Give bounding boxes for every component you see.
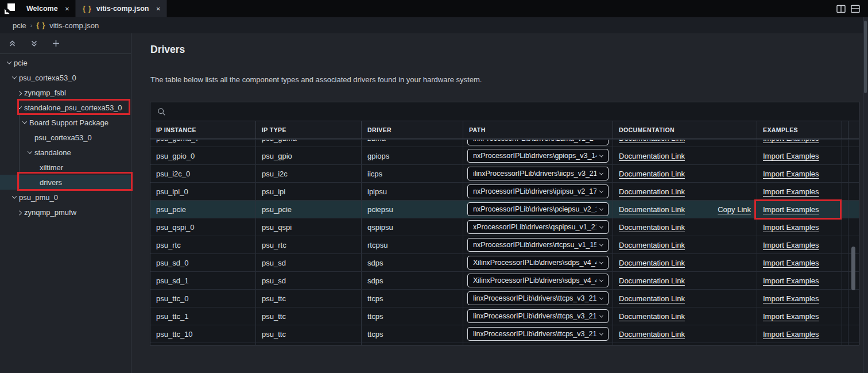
tree-chevron-icon[interactable] [30,166,40,169]
tab-welcome[interactable]: Welcome ✕ [20,0,76,17]
tab-vitis-comp-json[interactable]: { } vitis-comp.json ✕ [76,0,167,17]
documentation-link[interactable]: Documentation Link [619,259,685,267]
driver-version-dropdown[interactable]: nxProcessorIPLib\drivers\ipipsu_v2_17 [467,184,609,198]
driver-version-dropdown[interactable]: inxProcessorIPLib\drivers\zdma_v1_2 [467,139,609,145]
driver-version-value: XilinxProcessorIPLib\drivers\sdps_v4_4 [473,276,596,284]
table-row[interactable]: psu_sd_0 psu_sd sdps XilinxProcessorIPLi… [150,253,859,271]
driver-version-dropdown[interactable]: XilinxProcessorIPLib\drivers\sdps_v4_4 [467,274,609,287]
import-examples-link[interactable]: Import Examples [763,294,819,303]
table-row[interactable]: psu_ttc_10 psu_ttc ttcps linxProcessorIP… [150,325,859,343]
page-scrollbar-thumb[interactable] [864,21,867,93]
driver-version-value: nxProcessorIPLib\drivers\pciepsu_v2_1 [473,205,596,213]
search-input[interactable] [171,107,852,116]
import-examples-link[interactable]: Import Examples [763,241,819,249]
import-examples-link[interactable]: Import Examples [763,259,819,267]
tree-item[interactable]: zynqmp_pmufw [0,205,131,220]
documentation-link[interactable]: Documentation Link [619,223,685,232]
documentation-link[interactable]: Documentation Link [619,152,685,160]
documentation-link[interactable]: Documentation Link [619,276,685,285]
cell-driver: ttcps [361,325,463,343]
tree-item-label: psu_pmu_0 [19,193,58,202]
tree-item[interactable]: standalone [0,145,131,160]
expand-all-icon[interactable] [29,39,39,49]
driver-version-dropdown[interactable]: nxProcessorIPLib\drivers\pciepsu_v2_1 [467,202,609,216]
tree-item[interactable]: psu_cortexa53_0 [0,130,131,145]
table-row[interactable]: psu_i2c_0 psu_i2c iicps ilinxProcessorIP… [150,164,859,182]
json-braces-icon: { } [83,5,92,13]
tree-chevron-icon[interactable] [25,136,34,139]
documentation-link[interactable]: Documentation Link [619,312,685,321]
tree-chevron-icon[interactable] [5,61,14,64]
table-scrollbar-thumb[interactable] [851,247,855,290]
collapse-all-icon[interactable] [7,39,17,49]
driver-version-dropdown[interactable]: linxProcessorIPLib\drivers\ttcps_v3_21 [467,309,609,323]
table-row[interactable]: psu_rtc psu_rtc rtcpsu nxProcessorIPLib\… [150,236,859,253]
tree-chevron-icon[interactable] [30,180,40,184]
table-row[interactable]: psu_gdma_7 psu_gdma zdma inxProcessorIPL… [150,139,859,147]
table-row[interactable]: psu_ttc_1 psu_ttc ttcps linxProcessorIPL… [150,307,859,325]
driver-version-dropdown[interactable]: nxProcessorIPLib\drivers\rtcpsu_v1_15 [467,238,609,252]
table-row[interactable]: psu_ttc_0 psu_ttc ttcps linxProcessorIPL… [150,289,859,307]
cell-documentation: Documentation Link [613,272,757,289]
documentation-link[interactable]: Documentation Link [619,187,685,196]
cell-path: linxProcessorIPLib\drivers\ttcps_v3_21 [463,325,613,343]
tree-item[interactable]: psu_pmu_0 [0,190,131,205]
tree-chevron-icon[interactable] [10,76,19,79]
breadcrumb-file[interactable]: vitis-comp.json [49,21,99,30]
table-row[interactable]: psu_qspi_0 psu_qspi qspipsu xProcessorIP… [150,218,859,236]
documentation-link[interactable]: Documentation Link [619,330,685,339]
tree-item-label: drivers [40,178,62,187]
table-row[interactable]: psu_ipi_0 psu_ipi ipipsu nxProcessorIPLi… [150,182,859,200]
table-row[interactable] [150,343,859,345]
tree-item[interactable]: standalone_psu_cortexa53_0 [0,100,131,115]
toggle-panel-layout-icon[interactable] [851,5,860,13]
import-examples-link[interactable]: Import Examples [763,139,819,143]
cell-examples: Import Examples [757,218,842,236]
driver-version-dropdown[interactable]: nxProcessorIPLib\drivers\gpiops_v3_14 [467,149,609,163]
tree-chevron-icon[interactable] [20,121,29,124]
cell-gutter-2 [848,218,860,236]
table-row[interactable]: psu_gpio_0 psu_gpio gpiops nxProcessorIP… [150,147,859,164]
driver-version-dropdown[interactable]: xProcessorIPLib\drivers\qspipsu_v1_21 [467,220,609,234]
import-examples-link[interactable]: Import Examples [763,170,819,178]
tree-item[interactable]: Board Support Package [0,115,131,130]
driver-version-dropdown[interactable]: linxProcessorIPLib\drivers\ttcps_v3_21 [467,291,609,305]
tree-item[interactable]: zynqmp_fsbl [0,85,131,100]
cell-ip-type [255,343,361,345]
tab-vitis-comp-json-close-icon[interactable]: ✕ [156,6,160,12]
tree-chevron-icon[interactable] [15,210,24,214]
documentation-link[interactable]: Documentation Link [619,241,685,249]
import-examples-link[interactable]: Import Examples [763,330,819,339]
documentation-link[interactable]: Documentation Link [619,294,685,303]
tree-chevron-icon[interactable] [10,195,19,199]
cell-path: linxProcessorIPLib\drivers\ttcps_v3_21 [463,290,613,307]
import-examples-link[interactable]: Import Examples [763,276,819,285]
import-examples-link[interactable]: Import Examples [763,205,819,214]
cell-ip-instance: psu_gpio_0 [150,147,255,164]
driver-version-dropdown[interactable]: linxProcessorIPLib\drivers\ttcps_v3_21 [467,327,609,341]
driver-version-dropdown[interactable]: ilinxProcessorIPLib\drivers\iicps_v3_21 [467,167,609,180]
documentation-link[interactable]: Documentation Link [619,170,685,178]
documentation-link[interactable]: Documentation Link [619,139,685,143]
copy-link[interactable]: Copy Link [718,205,751,214]
import-examples-link[interactable]: Import Examples [763,223,819,232]
tree-chevron-icon[interactable] [15,91,24,94]
driver-version-dropdown[interactable]: XilinxProcessorIPLib\drivers\sdps_v4_4 [467,256,609,270]
table-row[interactable]: psu_sd_1 psu_sd sdps XilinxProcessorIPLi… [150,271,859,289]
tree-item[interactable]: drivers [0,175,131,190]
breadcrumb-project[interactable]: pcie [13,21,26,30]
documentation-link[interactable]: Documentation Link [619,205,685,214]
import-examples-link[interactable]: Import Examples [763,312,819,321]
table-row[interactable]: psu_pcie psu_pcie pciepsu nxProcessorIPL… [150,200,859,218]
tree-chevron-icon[interactable] [25,151,34,154]
tree-item[interactable]: psu_cortexa53_0 [0,70,131,85]
import-examples-link[interactable]: Import Examples [763,152,819,160]
add-component-icon[interactable] [51,39,61,49]
tree-chevron-icon[interactable] [15,106,24,109]
tree-item[interactable]: xiltimer [0,160,131,175]
split-editor-icon[interactable] [836,5,846,13]
page-scrollbar-track[interactable] [863,17,868,373]
import-examples-link[interactable]: Import Examples [763,187,819,196]
tree-item[interactable]: pcie [0,55,131,70]
tab-welcome-close-icon[interactable]: ✕ [65,6,69,12]
